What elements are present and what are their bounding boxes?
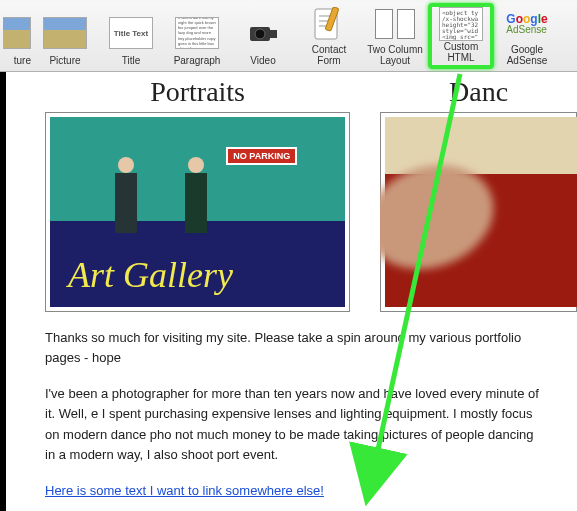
editor-canvas[interactable]: Portraits NO PARKING Art Gallery Danc [0, 72, 577, 511]
custom-html-icon: <object ty /x-shockwa height="32 style="… [439, 7, 483, 41]
picture-icon [2, 17, 31, 49]
section-title: Danc [380, 76, 577, 108]
tool-label: Title [122, 55, 141, 66]
tool-google-adsense[interactable]: Google AdSense Google AdSense [494, 3, 560, 69]
tool-title[interactable]: Title Text Title [98, 3, 164, 69]
tool-video[interactable]: Video [230, 3, 296, 69]
tool-contact-form[interactable]: Contact Form [296, 3, 362, 69]
paragraph: I've been a photographer for more than t… [45, 384, 540, 465]
tool-label: ture [14, 55, 31, 66]
video-icon [247, 17, 279, 49]
no-parking-sign: NO PARKING [226, 147, 297, 165]
contact-form-icon [313, 7, 345, 41]
tool-label: Google AdSense [507, 44, 548, 66]
paragraph: Thanks so much for visiting my site. Ple… [45, 328, 540, 368]
tool-label: Paragraph [174, 55, 221, 66]
portfolio-portraits[interactable]: Portraits NO PARKING Art Gallery [45, 76, 350, 312]
tool-label: Custom HTML [444, 41, 478, 63]
portfolio-dance[interactable]: Danc [380, 76, 577, 312]
tool-paragraph[interactable]: It was a dark stormy night the quick bro… [164, 3, 230, 69]
window-edge [0, 72, 6, 511]
tool-picture[interactable]: Picture [32, 3, 98, 69]
picture-icon [43, 17, 87, 49]
portraits-image: NO PARKING Art Gallery [50, 117, 345, 307]
body-link[interactable]: Here is some text I want to link somewhe… [45, 483, 324, 498]
tool-custom-html[interactable]: <object ty /x-shockwa height="32 style="… [428, 3, 494, 69]
tool-label: Two Column Layout [367, 44, 423, 66]
tool-two-column-layout[interactable]: Two Column Layout [362, 3, 428, 69]
tool-label: Picture [49, 55, 80, 66]
art-gallery-scribble: Art Gallery [50, 247, 345, 307]
paragraph-icon: It was a dark stormy night the quick bro… [175, 17, 219, 49]
tool-label: Video [250, 55, 275, 66]
body-text-block[interactable]: Thanks so much for visiting my site. Ple… [0, 312, 540, 501]
section-title: Portraits [45, 76, 350, 108]
image-frame[interactable] [380, 112, 577, 312]
tool-picture-cropped[interactable]: ture [2, 3, 32, 69]
svg-point-1 [255, 29, 265, 39]
adsense-icon: Google AdSense [506, 13, 547, 35]
dance-image [385, 117, 577, 307]
svg-rect-2 [269, 30, 277, 38]
title-icon: Title Text [109, 17, 153, 49]
two-column-icon [375, 9, 415, 39]
toolbar: ture Picture Title Text Title It was a d… [0, 0, 577, 72]
image-frame[interactable]: NO PARKING Art Gallery [45, 112, 350, 312]
tool-label: Contact Form [312, 44, 346, 66]
